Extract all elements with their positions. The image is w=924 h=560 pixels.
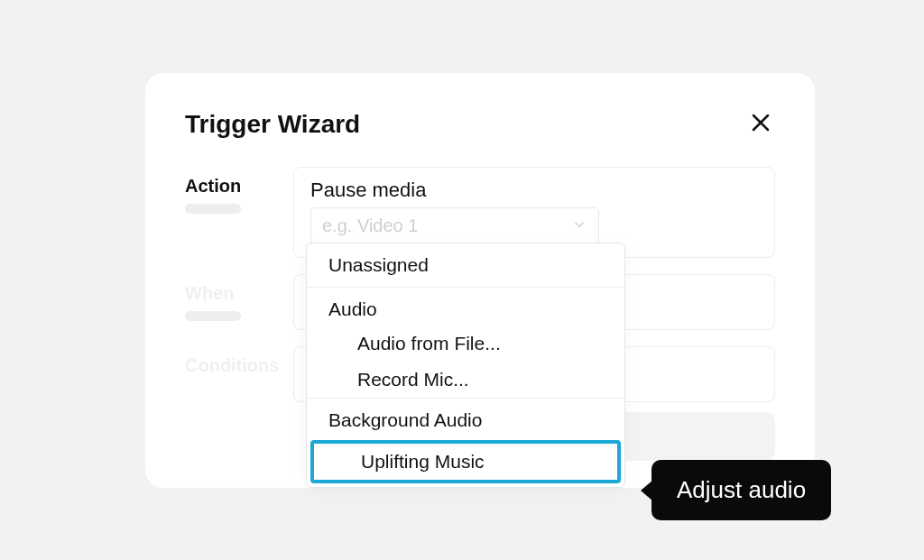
media-select[interactable]: e.g. Video 1: [310, 207, 599, 244]
action-label-col: Action: [185, 167, 293, 214]
conditions-label: Conditions: [185, 355, 293, 376]
dropdown-item-record-mic[interactable]: Record Mic...: [307, 362, 624, 398]
when-label-col: When: [185, 274, 293, 321]
adjust-audio-tooltip: Adjust audio: [651, 460, 831, 520]
dropdown-item-uplifting-music[interactable]: Uplifting Music: [310, 440, 621, 483]
select-placeholder: e.g. Video 1: [322, 216, 418, 236]
modal-title: Trigger Wizard: [185, 110, 360, 139]
when-label: When: [185, 283, 293, 304]
tooltip-arrow-icon: [641, 480, 653, 501]
chevron-down-icon: [571, 216, 587, 236]
skeleton-bar: [185, 204, 241, 214]
action-label: Action: [185, 176, 293, 197]
dropdown-item-unassigned[interactable]: Unassigned: [307, 243, 624, 287]
dropdown-header-background-audio: Background Audio: [307, 399, 624, 436]
skeleton-bar: [185, 311, 241, 321]
action-value: Pause media: [310, 179, 758, 202]
tooltip-label: Adjust audio: [677, 476, 806, 503]
conditions-label-col: Conditions: [185, 346, 293, 376]
media-dropdown: Unassigned Audio Audio from File... Reco…: [306, 243, 625, 488]
dropdown-item-audio-from-file[interactable]: Audio from File...: [307, 326, 624, 362]
modal-header: Trigger Wizard: [185, 107, 775, 142]
dropdown-header-audio: Audio: [307, 288, 624, 326]
page-background: Trigger Wizard Action Pause media e.g. V…: [16, 16, 908, 544]
close-icon[interactable]: [746, 107, 775, 142]
